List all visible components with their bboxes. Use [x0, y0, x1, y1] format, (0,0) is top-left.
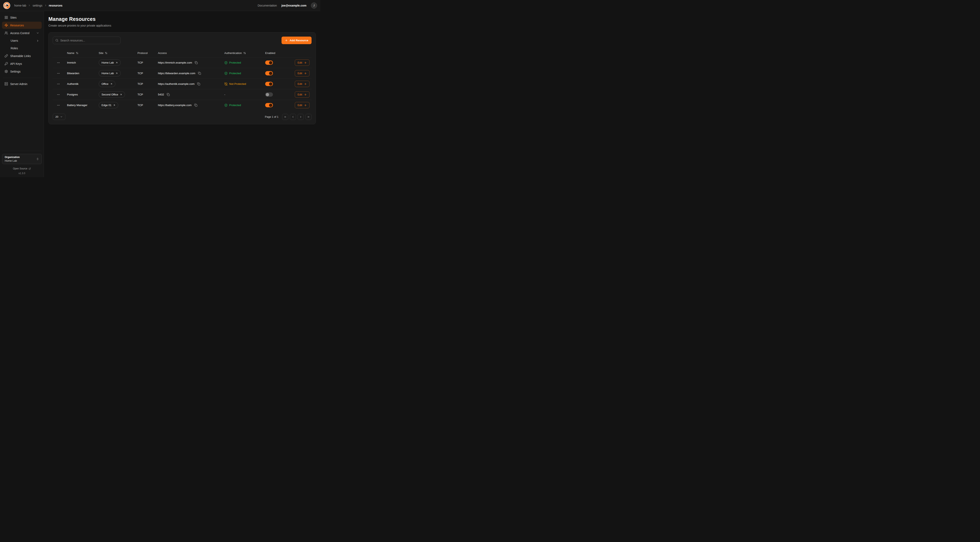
- toggle-knob: [269, 82, 272, 86]
- table-row: Postgres Second Office TCP 5432 - Edit: [53, 89, 312, 100]
- access-url: https://immich.example.com: [158, 61, 192, 64]
- chevron-right-icon: [36, 39, 39, 42]
- column-header-authentication[interactable]: Authentication: [224, 51, 265, 54]
- sidebar-item-api-keys[interactable]: API Keys: [2, 60, 42, 67]
- search-input[interactable]: [60, 39, 118, 42]
- column-header-name[interactable]: Name: [67, 51, 99, 54]
- user-email[interactable]: joe@example.com: [281, 4, 307, 7]
- site-name: Home Lab: [102, 72, 114, 75]
- breadcrumb-settings[interactable]: settings: [32, 4, 42, 7]
- column-header-site[interactable]: Site: [99, 51, 137, 54]
- last-page-button[interactable]: [305, 114, 312, 120]
- link-icon: [5, 54, 8, 57]
- shield-off-icon: [224, 82, 228, 86]
- server-icon: [5, 82, 8, 86]
- sidebar-item-label: Users: [11, 39, 18, 42]
- auth-label: Protected: [229, 104, 241, 107]
- sidebar-item-settings[interactable]: Settings: [2, 68, 42, 75]
- enabled-toggle[interactable]: [265, 82, 273, 86]
- site-link[interactable]: Second Office: [99, 91, 125, 98]
- enabled-toggle[interactable]: [265, 103, 273, 107]
- resource-name: Battery Manager: [67, 104, 99, 107]
- row-menu-button[interactable]: [56, 92, 61, 97]
- page-size-select[interactable]: 20: [53, 114, 65, 120]
- copy-icon[interactable]: [197, 71, 201, 75]
- first-page-button[interactable]: [282, 114, 288, 120]
- copy-icon[interactable]: [166, 92, 170, 96]
- access-url: https://bitwarden.example.com: [158, 72, 195, 75]
- row-menu-button[interactable]: [56, 103, 61, 108]
- shield-check-icon: [224, 104, 228, 107]
- organization-selector[interactable]: Organization Home Lab: [2, 154, 42, 164]
- previous-page-button[interactable]: [290, 114, 296, 120]
- breadcrumb: home-lab settings resources: [14, 4, 62, 7]
- copy-icon[interactable]: [194, 61, 198, 65]
- enabled-toggle[interactable]: [265, 61, 273, 65]
- copy-icon[interactable]: [194, 103, 198, 107]
- access-url: https://battery.example.com: [158, 104, 192, 107]
- sidebar-item-label: Resources: [10, 24, 24, 27]
- site-name: Edge 01: [102, 104, 111, 107]
- edit-label: Edit: [298, 82, 302, 85]
- sidebar-divider: [3, 78, 41, 78]
- external-link-icon: [113, 104, 115, 107]
- chevron-right-icon: [28, 4, 31, 7]
- search-icon: [56, 39, 59, 42]
- row-menu-button[interactable]: [56, 71, 61, 76]
- table-row: Immich Home Lab TCP https://immich.examp…: [53, 57, 312, 68]
- access-url: 5432: [158, 93, 164, 96]
- edit-button[interactable]: Edit: [295, 81, 310, 87]
- auth-label: Not Protected: [229, 82, 246, 85]
- table-row: Authentik Office TCP https://authentik.e…: [53, 78, 312, 89]
- edit-label: Edit: [298, 93, 302, 96]
- site-link[interactable]: Home Lab: [99, 59, 121, 66]
- avatar[interactable]: J: [311, 2, 317, 9]
- edit-button[interactable]: Edit: [295, 59, 310, 66]
- table-footer: 20 Page 1 of 1: [53, 114, 312, 120]
- resources-table: Name Site Protocol Access Authenticati: [53, 49, 312, 110]
- page-size-value: 20: [56, 115, 58, 118]
- sidebar-item-roles[interactable]: Roles: [2, 45, 42, 52]
- sort-icon: [243, 52, 246, 54]
- auth-status: Protected: [224, 61, 265, 64]
- column-label: Enabled: [265, 51, 275, 54]
- column-header-protocol: Protocol: [137, 51, 158, 54]
- breadcrumb-home[interactable]: home-lab: [14, 4, 26, 7]
- copy-icon[interactable]: [197, 82, 200, 86]
- open-source-label: Open Source: [13, 167, 27, 170]
- row-menu-button[interactable]: [56, 81, 61, 86]
- documentation-link[interactable]: Documentation: [258, 4, 277, 7]
- auth-label: Protected: [229, 61, 241, 64]
- sidebar-item-sites[interactable]: Sites: [2, 14, 42, 21]
- main-content: Manage Resources Create secure proxies t…: [44, 11, 320, 177]
- sidebar-item-access-control[interactable]: Access Control: [2, 29, 42, 37]
- sidebar-footer: Organization Home Lab Open Source v1.3.0: [2, 151, 42, 175]
- protocol: TCP: [137, 104, 158, 107]
- edit-button[interactable]: Edit: [295, 70, 310, 77]
- sidebar-item-shareable-links[interactable]: Shareable Links: [2, 52, 42, 59]
- table-row: Bitwarden Home Lab TCP https://bitwarden…: [53, 68, 312, 78]
- add-resource-button[interactable]: Add Resource: [282, 37, 312, 44]
- app-logo-icon[interactable]: [3, 2, 10, 9]
- edit-button[interactable]: Edit: [295, 102, 310, 108]
- toggle-knob: [269, 61, 272, 64]
- chevron-right-icon: [45, 4, 47, 7]
- protocol: TCP: [137, 61, 158, 64]
- site-link[interactable]: Edge 01: [99, 102, 118, 108]
- next-page-button[interactable]: [298, 114, 304, 120]
- sidebar-item-resources[interactable]: Resources: [2, 22, 42, 29]
- site-link[interactable]: Home Lab: [99, 70, 121, 77]
- external-link-icon: [120, 93, 122, 96]
- site-name: Home Lab: [102, 61, 114, 64]
- sidebar-item-users[interactable]: Users: [2, 37, 42, 44]
- row-menu-button[interactable]: [56, 60, 61, 65]
- enabled-toggle[interactable]: [265, 71, 273, 75]
- site-name: Second Office: [102, 93, 118, 96]
- edit-button[interactable]: Edit: [295, 91, 310, 98]
- open-source-link[interactable]: Open Source: [2, 167, 42, 170]
- arrow-right-icon: [304, 104, 307, 107]
- enabled-toggle[interactable]: [265, 92, 273, 97]
- sidebar-item-server-admin[interactable]: Server Admin: [2, 80, 42, 88]
- site-link[interactable]: Office: [99, 81, 115, 87]
- toggle-knob: [266, 93, 269, 96]
